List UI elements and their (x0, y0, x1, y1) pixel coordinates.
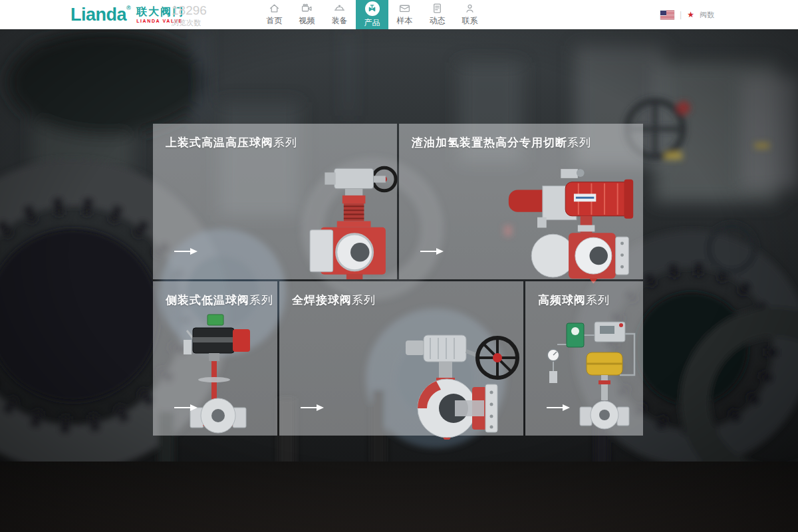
product-card-top-entry-ball-valve[interactable]: 上装式高温高压球阀系列 (153, 124, 397, 279)
nav-item-equipment[interactable]: 装备 (323, 0, 356, 29)
arrow-icon[interactable] (174, 404, 198, 412)
equipment-icon (334, 3, 345, 14)
nav-item-contact[interactable]: 联系 (454, 0, 486, 29)
divider: | (680, 10, 682, 19)
card-title: 渣油加氢装置热高分专用切断系列 (412, 135, 591, 150)
card-title: 侧装式低温球阀系列 (166, 293, 273, 308)
video-icon (301, 3, 313, 14)
header: Lianda® 联大阀门 LIANDA VALVE 18296 浏览次数 首页 … (0, 0, 798, 29)
page: Lianda® 联大阀门 LIANDA VALVE 18296 浏览次数 首页 … (0, 0, 798, 532)
nav-item-products-active[interactable]: 产品 (356, 0, 388, 29)
arrow-icon[interactable] (547, 404, 571, 412)
hero-section: 上装式高温高压球阀系列 (0, 29, 798, 532)
shutoff-valve-image (503, 166, 640, 283)
language-switcher: | ★ 阀数 (660, 0, 714, 29)
card-title: 高频球阀系列 (538, 293, 610, 308)
nav-label: 视频 (299, 15, 315, 27)
news-icon (432, 3, 443, 14)
language-label[interactable]: 阀数 (700, 10, 714, 20)
valve-icon (367, 3, 377, 13)
logo[interactable]: Lianda® 联大阀门 LIANDA VALVE (70, 0, 184, 29)
cryogenic-valve-image (184, 311, 263, 437)
nav-item-home[interactable]: 首页 (258, 0, 291, 29)
us-flag-icon[interactable] (660, 11, 674, 19)
nav-label: 首页 (267, 15, 283, 27)
product-category-grid: 上装式高温高压球阀系列 (153, 124, 643, 436)
product-card-residue-hydrogenation-valve[interactable]: 渣油加氢装置热高分专用切断系列 (399, 124, 643, 279)
nav-item-news[interactable]: 动态 (421, 0, 454, 29)
arrow-icon[interactable] (301, 404, 325, 412)
card-title: 全焊接球阀系列 (292, 293, 376, 308)
contact-icon (464, 3, 475, 14)
card-title: 上装式高温高压球阀系列 (166, 135, 297, 150)
logo-brand-text: Lianda® (70, 5, 130, 25)
home-icon (269, 3, 280, 14)
main-nav: 首页 视频 装备 产品 样本 动态 (258, 0, 486, 29)
arrow-icon[interactable] (420, 247, 444, 255)
nav-label: 装备 (332, 15, 348, 27)
nav-label: 动态 (430, 15, 446, 27)
star-icon[interactable]: ★ (687, 11, 694, 19)
nav-label: 样本 (397, 15, 413, 27)
registered-mark: ® (126, 5, 130, 11)
catalog-icon (399, 3, 410, 14)
high-frequency-valve-image (543, 314, 642, 437)
active-tab-circle (365, 1, 380, 16)
view-count-value: 18296 (172, 3, 207, 19)
view-counter: 18296 浏览次数 (172, 3, 207, 27)
top-entry-valve-image (293, 159, 405, 281)
nav-label: 联系 (462, 15, 478, 27)
arrow-icon[interactable] (174, 247, 198, 255)
nav-item-catalog[interactable]: 样本 (388, 0, 421, 29)
nav-item-video[interactable]: 视频 (291, 0, 323, 29)
product-card-high-frequency-ball-valve[interactable]: 高频球阀系列 (525, 281, 643, 436)
nav-label: 产品 (364, 17, 380, 29)
product-card-side-entry-cryogenic-valve[interactable]: 侧装式低温球阀系列 (153, 281, 277, 436)
product-card-fully-welded-ball-valve[interactable]: 全焊接球阀系列 (279, 281, 523, 436)
welded-ball-valve-image (367, 323, 520, 440)
view-count-label: 浏览次数 (172, 19, 207, 27)
